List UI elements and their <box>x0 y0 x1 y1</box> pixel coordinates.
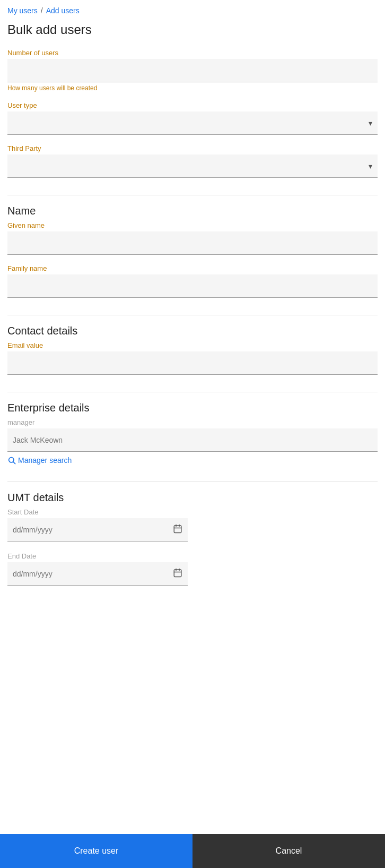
given-name-group: Given name <box>7 221 378 255</box>
breadcrumb-separator: / <box>41 6 43 15</box>
page-title: Bulk add users <box>7 22 378 37</box>
manager-group: manager Manager search <box>7 418 378 465</box>
number-of-users-input[interactable] <box>7 59 378 82</box>
given-name-input[interactable] <box>7 231 378 255</box>
breadcrumb: My users / Add users <box>7 6 378 15</box>
user-type-select[interactable] <box>7 111 378 135</box>
family-name-label: Family name <box>7 264 378 272</box>
family-name-group: Family name <box>7 264 378 298</box>
divider-contact <box>7 315 378 315</box>
create-user-button[interactable]: Create user <box>0 834 192 868</box>
end-date-label: End Date <box>7 552 378 560</box>
start-date-group: Start Date <box>7 508 378 542</box>
third-party-group: Third Party ▾ <box>7 144 378 178</box>
manager-search-label: Manager search <box>18 456 72 465</box>
number-of-users-helper: How many users will be created <box>7 84 378 92</box>
user-type-group: User type ▾ <box>7 101 378 135</box>
manager-search-link[interactable]: Manager search <box>7 456 378 465</box>
search-icon <box>7 456 16 465</box>
family-name-input[interactable] <box>7 274 378 298</box>
email-group: Email value <box>7 341 378 375</box>
divider-enterprise <box>7 392 378 392</box>
name-section-title: Name <box>7 205 378 217</box>
manager-input[interactable] <box>7 428 378 452</box>
third-party-label: Third Party <box>7 144 378 152</box>
cancel-button[interactable]: Cancel <box>192 834 385 868</box>
start-date-label: Start Date <box>7 508 378 516</box>
end-date-group: End Date <box>7 552 378 586</box>
contact-details-title: Contact details <box>7 325 378 337</box>
user-type-label: User type <box>7 101 378 109</box>
svg-line-1 <box>13 462 15 464</box>
divider-name <box>7 195 378 195</box>
end-date-input[interactable] <box>7 562 188 586</box>
breadcrumb-add-users[interactable]: Add users <box>46 6 80 15</box>
number-of-users-label: Number of users <box>7 49 378 57</box>
enterprise-details-title: Enterprise details <box>7 402 378 414</box>
start-date-input[interactable] <box>7 518 188 542</box>
button-bar: Create user Cancel <box>0 834 385 868</box>
manager-label: manager <box>7 418 378 426</box>
third-party-select[interactable] <box>7 154 378 178</box>
number-of-users-group: Number of users How many users will be c… <box>7 49 378 92</box>
email-input[interactable] <box>7 351 378 375</box>
given-name-label: Given name <box>7 221 378 229</box>
email-label: Email value <box>7 341 378 349</box>
breadcrumb-my-users[interactable]: My users <box>7 6 38 15</box>
divider-umt <box>7 482 378 482</box>
umt-details-title: UMT details <box>7 492 378 504</box>
